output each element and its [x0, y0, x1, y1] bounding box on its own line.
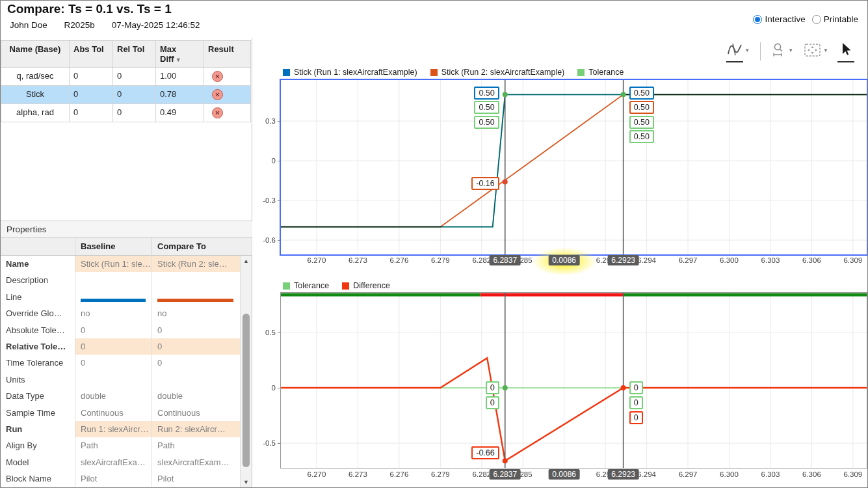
- legend-swatch-icon: [283, 282, 290, 290]
- cursor-value-flag: 0.50: [629, 116, 654, 129]
- x-axis-tick: 6.306: [802, 256, 821, 264]
- signals-plot-legend: Stick (Run 1: slexAircraftExample)Stick …: [283, 68, 624, 77]
- cursor-value-flag: 0: [629, 396, 643, 409]
- cursor-value-flag: 0.50: [474, 116, 499, 129]
- x-axis-tick: 6.276: [390, 470, 409, 478]
- comparison-report-window: Compare: Ts = 0.1 vs. Ts = 1 John Doe R2…: [0, 0, 868, 488]
- cursor-value-flag: 0.50: [474, 101, 499, 114]
- chart-area: Stick (Run 1: slexAircraftExample)Stick …: [1, 1, 868, 488]
- legend-swatch-icon: [283, 69, 290, 76]
- cursor-value-flag: 0.50: [629, 130, 654, 143]
- x-axis-tick: 6.276: [390, 256, 409, 264]
- x-axis-tick: 6.300: [720, 470, 739, 478]
- signals-plot[interactable]: [280, 79, 868, 256]
- cursor-value-flag: 0: [486, 381, 499, 394]
- legend-swatch-icon: [342, 282, 349, 290]
- x-axis-tick: 6.270: [308, 256, 326, 264]
- cursor-value-flag: 0.50: [629, 87, 654, 100]
- cursor-value-flag: 0.50: [629, 101, 654, 114]
- cursor-value-flag: -0.16: [471, 177, 499, 190]
- cursor-value-flag: 0: [629, 411, 643, 424]
- x-axis-tick: 6.294: [637, 470, 656, 478]
- x-axis-tick: 6.306: [802, 470, 821, 478]
- x-axis-tick: 6.282: [472, 470, 491, 478]
- legend-item: Difference: [342, 281, 390, 290]
- cursor-right-badge[interactable]: 6.2923: [607, 469, 639, 480]
- cursor-left-badge[interactable]: 6.2837: [489, 469, 521, 480]
- legend-swatch-icon: [577, 69, 585, 76]
- y-axis-tick: 0.3: [254, 117, 276, 125]
- legend-item: Tolerance: [577, 68, 624, 77]
- x-axis-tick: 6.294: [637, 256, 656, 264]
- x-axis-tick: 6.282: [472, 256, 491, 264]
- x-axis-tick: 6.309: [843, 470, 862, 478]
- legend-item: Tolerance: [283, 281, 329, 290]
- x-axis-tick: 6.270: [308, 470, 326, 478]
- legend-label: Stick (Run 2: slexAircraftExample): [441, 68, 565, 77]
- difference-plot-legend: ToleranceDifference: [283, 281, 390, 290]
- x-axis-tick: 6.279: [431, 470, 450, 478]
- x-axis-tick: 6.297: [679, 470, 698, 478]
- cursor-value-flag: -0.66: [471, 446, 499, 459]
- difference-plot[interactable]: [280, 292, 867, 468]
- x-axis-tick: 6.309: [843, 256, 862, 264]
- legend-label: Stick (Run 1: slexAircraftExample): [294, 68, 417, 77]
- y-axis-tick: 0.5: [254, 329, 276, 336]
- legend-label: Tolerance: [588, 68, 624, 77]
- y-axis-tick: -0.3: [254, 197, 276, 204]
- x-axis-tick: 6.273: [349, 470, 367, 478]
- cursor-delta-badge[interactable]: 0.0086: [548, 469, 580, 480]
- x-axis-tick: 6.279: [431, 256, 450, 264]
- x-axis-tick: 6.297: [679, 256, 698, 264]
- y-axis-tick: -0.6: [254, 236, 276, 244]
- cursor-delta-badge[interactable]: 0.0086: [548, 255, 580, 265]
- series-difference: [281, 358, 867, 461]
- cursor-value-flag: 0: [629, 381, 643, 394]
- legend-label: Tolerance: [294, 281, 329, 290]
- x-axis-tick: 6.273: [349, 256, 367, 264]
- cursor-value-flag: 0: [486, 396, 499, 409]
- cursor-value-flag: 0.50: [474, 87, 499, 100]
- y-axis-tick: 0: [254, 157, 276, 165]
- y-axis-tick: -0.5: [254, 439, 276, 447]
- legend-item: Stick (Run 1: slexAircraftExample): [283, 68, 417, 77]
- legend-swatch-icon: [430, 69, 438, 76]
- x-axis-tick: 6.303: [761, 470, 780, 478]
- x-axis-tick: 6.303: [761, 256, 780, 264]
- legend-item: Stick (Run 2: slexAircraftExample): [430, 68, 565, 77]
- cursor-left-badge[interactable]: 6.2837: [489, 255, 521, 265]
- legend-label: Difference: [353, 281, 390, 290]
- x-axis-tick: 6.300: [720, 256, 739, 264]
- y-axis-tick: 0: [254, 384, 276, 392]
- cursor-right-badge[interactable]: 6.2923: [607, 255, 639, 265]
